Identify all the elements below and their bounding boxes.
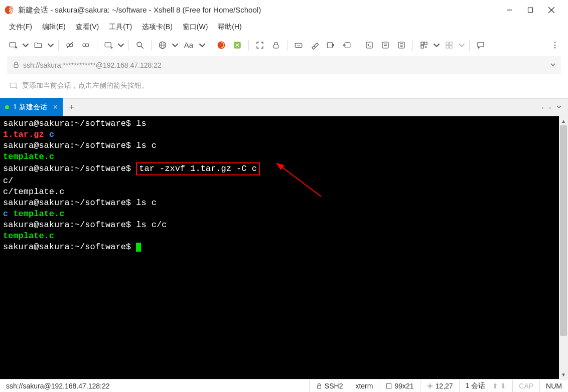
address-bar[interactable]: ssh://sakura:************@192.168.47.128… — [7, 56, 561, 74]
highlight-icon[interactable] — [308, 38, 322, 52]
menu-tools[interactable]: 工具(T) — [105, 21, 136, 34]
svg-point-9 — [70, 44, 73, 47]
transfer-in-icon[interactable] — [340, 38, 354, 52]
new-session-icon[interactable] — [6, 38, 20, 52]
scroll-down-icon[interactable]: ▼ — [559, 370, 568, 379]
maximize-button[interactable] — [527, 7, 534, 14]
tab-list-icon[interactable] — [556, 104, 562, 111]
keyboard-icon[interactable] — [292, 38, 306, 52]
svg-rect-46 — [446, 42, 449, 45]
globe-icon[interactable] — [156, 38, 170, 52]
font-icon[interactable]: Aa — [181, 38, 197, 52]
svg-rect-2 — [528, 8, 533, 13]
disconnect-icon[interactable] — [63, 38, 77, 52]
svg-line-10 — [67, 42, 73, 48]
svg-rect-24 — [295, 43, 302, 47]
globe-dropdown-icon[interactable] — [172, 38, 179, 52]
svg-point-51 — [554, 44, 555, 45]
hint-icon — [9, 81, 18, 90]
tab-close-icon[interactable]: × — [53, 103, 58, 112]
status-pos: 12,27 — [420, 379, 459, 392]
menu-help[interactable]: 帮助(H) — [214, 21, 245, 34]
menu-edit[interactable]: 编辑(E) — [38, 21, 70, 34]
tab-label: 1 新建会话 — [13, 103, 47, 112]
svg-rect-42 — [424, 42, 427, 45]
sessions-minus-icon[interactable]: ⬇ — [500, 382, 506, 390]
hint-bar: 要添加当前会话，点击左侧的箭头按钮。 — [7, 78, 561, 93]
scroll-track[interactable] — [559, 125, 568, 370]
search-icon[interactable] — [133, 38, 147, 52]
address-dropdown-icon[interactable] — [550, 62, 556, 69]
add-tab-button[interactable]: + — [63, 102, 81, 113]
svg-point-16 — [137, 42, 141, 47]
reconnect-icon[interactable] — [79, 38, 93, 52]
xftp-icon[interactable] — [230, 38, 244, 52]
cursor-pos-icon — [427, 382, 434, 389]
tab-bar: 1 新建会话 × + ‹ › — [0, 98, 568, 116]
new-session-dropdown-icon[interactable] — [22, 38, 29, 52]
svg-rect-43 — [421, 45, 423, 48]
session-tab[interactable]: 1 新建会话 × — [0, 98, 63, 116]
terminal-area: sakura@sakura:~/software$ ls1.tar.gz csa… — [0, 116, 568, 379]
tile-dropdown-icon[interactable] — [458, 38, 465, 52]
close-button[interactable] — [548, 7, 555, 14]
status-sessions: 1 会话 ⬆ ⬇ — [459, 379, 513, 392]
address-text: ssh://sakura:************@192.168.47.128… — [23, 61, 550, 69]
status-protocol: SSH2 — [309, 379, 349, 392]
scroll-up-icon[interactable]: ▲ — [559, 116, 568, 125]
svg-rect-59 — [387, 383, 391, 388]
svg-rect-48 — [446, 45, 449, 48]
lock-icon[interactable] — [269, 38, 283, 52]
transfer-out-icon[interactable] — [324, 38, 338, 52]
menu-tabs[interactable]: 选项卡(B) — [138, 21, 177, 34]
svg-rect-23 — [274, 45, 278, 48]
tile-add-icon[interactable] — [417, 38, 431, 52]
status-connection: ssh://sakura@192.168.47.128:22 — [0, 379, 115, 392]
lock-tiny-icon — [316, 382, 323, 389]
sessions-plus-icon[interactable]: ⬆ — [492, 382, 498, 390]
tile-icon[interactable] — [442, 38, 456, 52]
fullscreen-icon[interactable] — [253, 38, 267, 52]
terminal-output[interactable]: sakura@sakura:~/software$ ls1.tar.gz csa… — [0, 116, 559, 379]
svg-point-11 — [83, 44, 86, 47]
tab-next-icon[interactable]: › — [549, 104, 551, 111]
status-cap: CAP — [512, 379, 539, 392]
toolbar-separator — [248, 40, 249, 51]
copy-split-icon[interactable] — [101, 38, 115, 52]
list-icon[interactable] — [394, 38, 408, 52]
toolbar-separator — [358, 40, 358, 51]
menu-bar: 文件(F) 编辑(E) 查看(V) 工具(T) 选项卡(B) 窗口(W) 帮助(… — [0, 20, 568, 34]
toolbar: Aa — [0, 34, 568, 56]
tile-add-dropdown-icon[interactable] — [433, 38, 440, 52]
compose-icon[interactable] — [378, 38, 392, 52]
toolbar-separator — [469, 40, 470, 51]
xshell-icon[interactable] — [214, 38, 228, 52]
svg-rect-58 — [317, 385, 321, 388]
toolbar-separator — [151, 40, 152, 51]
status-proto-label: SSH2 — [325, 382, 343, 390]
menu-window[interactable]: 窗口(W) — [179, 21, 212, 34]
scroll-thumb[interactable] — [560, 125, 567, 336]
toolbar-separator — [287, 40, 288, 51]
tab-prev-icon[interactable]: ‹ — [541, 104, 543, 111]
status-size: 99x21 — [379, 379, 419, 392]
menu-view[interactable]: 查看(V) — [72, 21, 103, 34]
script-icon[interactable] — [362, 38, 376, 52]
menu-file[interactable]: 文件(F) — [5, 21, 36, 34]
open-dropdown-icon[interactable] — [47, 38, 54, 52]
svg-rect-47 — [450, 42, 452, 45]
svg-point-52 — [554, 47, 555, 48]
font-dropdown-icon[interactable] — [199, 38, 206, 52]
svg-rect-54 — [10, 83, 16, 88]
open-icon[interactable] — [31, 38, 45, 52]
status-pos-label: 12,27 — [436, 382, 453, 390]
toolbar-separator — [97, 40, 97, 51]
svg-rect-41 — [421, 42, 423, 45]
chat-icon[interactable] — [474, 38, 488, 52]
more-icon[interactable] — [548, 38, 562, 52]
size-icon — [385, 382, 392, 389]
minimize-button[interactable] — [506, 7, 513, 14]
app-icon — [4, 5, 14, 15]
terminal-scrollbar[interactable]: ▲ ▼ — [559, 116, 568, 379]
copy-split-dropdown-icon[interactable] — [117, 38, 124, 52]
